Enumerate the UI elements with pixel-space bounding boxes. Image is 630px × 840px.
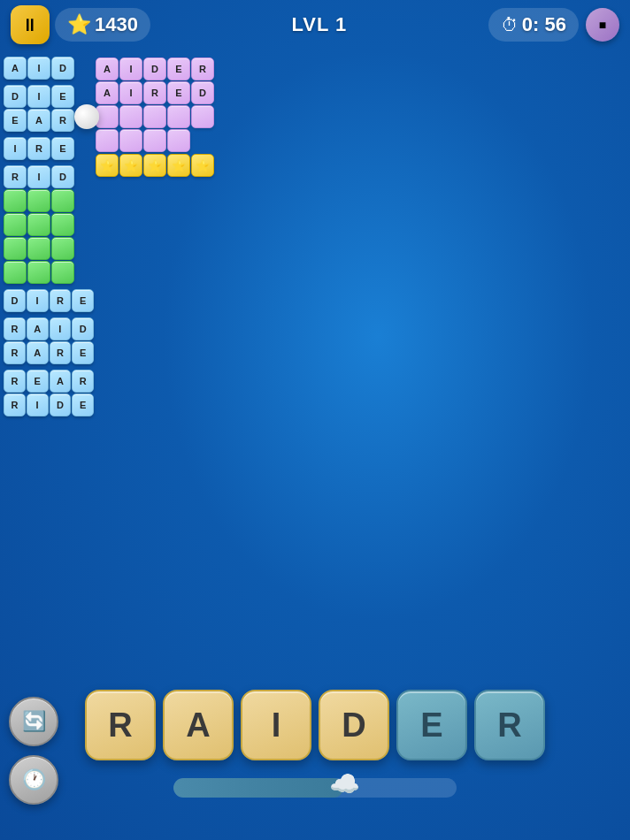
tile: E bbox=[51, 137, 74, 160]
header-right: ⏱ 0: 56 ■ bbox=[488, 8, 619, 42]
pink-grid-container: A I D E R A I R E D ⭐ ⭐ ⭐ bbox=[96, 57, 214, 177]
score-display: 1430 bbox=[95, 13, 138, 36]
pause-button[interactable]: ⏸ bbox=[11, 5, 50, 44]
pink-tile: R bbox=[191, 57, 214, 80]
tile bbox=[51, 237, 74, 260]
pink-row bbox=[96, 105, 214, 128]
word-row: R E A R bbox=[4, 370, 94, 393]
letter-tile-i[interactable]: I bbox=[241, 690, 311, 760]
word-row: R I D bbox=[4, 165, 94, 188]
word-row: R I D E bbox=[4, 393, 94, 416]
tile: R bbox=[72, 370, 94, 393]
letter-tile-r2[interactable]: R bbox=[474, 690, 545, 760]
tile: A bbox=[27, 317, 49, 340]
word-row: R A R E bbox=[4, 341, 94, 364]
letter-tiles-row: R A I D E R bbox=[85, 690, 545, 760]
pink-tile bbox=[96, 129, 119, 152]
tile: A bbox=[27, 109, 50, 132]
tile bbox=[4, 261, 27, 284]
pink-grid: A I D E R A I R E D bbox=[96, 57, 214, 152]
hint-button[interactable]: 🕐 bbox=[9, 755, 58, 805]
timer-icon: ⏱ bbox=[501, 15, 519, 35]
progress-bar-bg bbox=[173, 778, 457, 798]
tile: I bbox=[27, 393, 49, 416]
tile: D bbox=[51, 57, 74, 80]
bottom-area: R A I D E R ☁️ bbox=[0, 628, 630, 840]
pink-row bbox=[96, 129, 214, 152]
tile: R bbox=[4, 165, 27, 188]
timer-area: ⏱ 0: 56 bbox=[488, 8, 579, 42]
pink-tile: D bbox=[191, 81, 214, 104]
tile bbox=[4, 237, 27, 260]
tile: E bbox=[51, 85, 74, 108]
letter-tile-r[interactable]: R bbox=[85, 690, 156, 760]
tile bbox=[27, 237, 50, 260]
word-group-4: R I D bbox=[4, 165, 94, 284]
tile: I bbox=[50, 317, 72, 340]
pink-tile: R bbox=[143, 81, 166, 104]
letter-tile-d[interactable]: D bbox=[319, 690, 389, 760]
tile: R bbox=[4, 393, 26, 416]
word-group-1: A I D bbox=[4, 57, 94, 80]
word-group-7: R E A R R I D E bbox=[4, 370, 94, 416]
pink-tile bbox=[167, 105, 190, 128]
tile: E bbox=[72, 341, 94, 364]
letter-tile-e[interactable]: E bbox=[396, 690, 467, 760]
tile: R bbox=[50, 341, 72, 364]
tile: D bbox=[4, 289, 26, 312]
ball bbox=[74, 104, 99, 129]
timer-display: 0: 56 bbox=[522, 13, 566, 36]
pink-tile bbox=[143, 105, 166, 128]
word-row bbox=[4, 237, 94, 260]
word-row bbox=[4, 189, 94, 212]
star-tile: ⭐ bbox=[96, 154, 119, 177]
pink-row: A I D E R bbox=[96, 57, 214, 80]
pink-tile: A bbox=[96, 57, 119, 80]
pink-tile bbox=[143, 129, 166, 152]
tile: R bbox=[51, 109, 74, 132]
tile: R bbox=[27, 137, 50, 160]
tile bbox=[27, 189, 50, 212]
pink-row: A I R E D bbox=[96, 81, 214, 104]
level-display: LVL 1 bbox=[291, 13, 347, 36]
tile: I bbox=[27, 165, 50, 188]
tile: D bbox=[72, 317, 94, 340]
tile: A bbox=[50, 370, 72, 393]
stop-icon: ■ bbox=[599, 18, 606, 32]
tile: I bbox=[4, 137, 27, 160]
star-tile: ⭐ bbox=[143, 154, 166, 177]
word-row: D I E bbox=[4, 85, 94, 108]
pink-tile: E bbox=[167, 81, 190, 104]
tile: D bbox=[4, 85, 27, 108]
tile bbox=[51, 189, 74, 212]
star-tile: ⭐ bbox=[119, 154, 142, 177]
word-group-3: I R E bbox=[4, 137, 94, 160]
tile: E bbox=[72, 393, 94, 416]
tile: E bbox=[27, 370, 49, 393]
tile: R bbox=[4, 370, 26, 393]
tile: I bbox=[27, 289, 49, 312]
tile bbox=[27, 213, 50, 236]
word-row: I R E bbox=[4, 137, 94, 160]
word-row bbox=[4, 261, 94, 284]
star-icon: ⭐ bbox=[67, 13, 91, 36]
pink-tile: D bbox=[143, 57, 166, 80]
tile: I bbox=[27, 85, 50, 108]
word-row: R A I D bbox=[4, 317, 94, 340]
progress-bar-fill bbox=[173, 778, 343, 798]
shuffle-icon: 🔄 bbox=[22, 710, 46, 733]
word-group-5: D I R E bbox=[4, 289, 94, 312]
header-left: ⏸ ⭐ 1430 bbox=[11, 5, 150, 44]
pink-tile: A bbox=[96, 81, 119, 104]
stars-row: ⭐ ⭐ ⭐ ⭐ ⭐ bbox=[96, 154, 214, 177]
header: ⏸ ⭐ 1430 LVL 1 ⏱ 0: 56 ■ bbox=[0, 0, 630, 50]
star-tile: ⭐ bbox=[167, 154, 190, 177]
stop-button[interactable]: ■ bbox=[586, 8, 619, 42]
cloud-icon: ☁️ bbox=[329, 769, 360, 798]
tile: E bbox=[4, 109, 27, 132]
hint-icon: 🕐 bbox=[22, 768, 46, 791]
tile bbox=[4, 213, 27, 236]
tile: A bbox=[27, 341, 49, 364]
shuffle-button[interactable]: 🔄 bbox=[9, 697, 58, 746]
letter-tile-a[interactable]: A bbox=[163, 690, 234, 760]
